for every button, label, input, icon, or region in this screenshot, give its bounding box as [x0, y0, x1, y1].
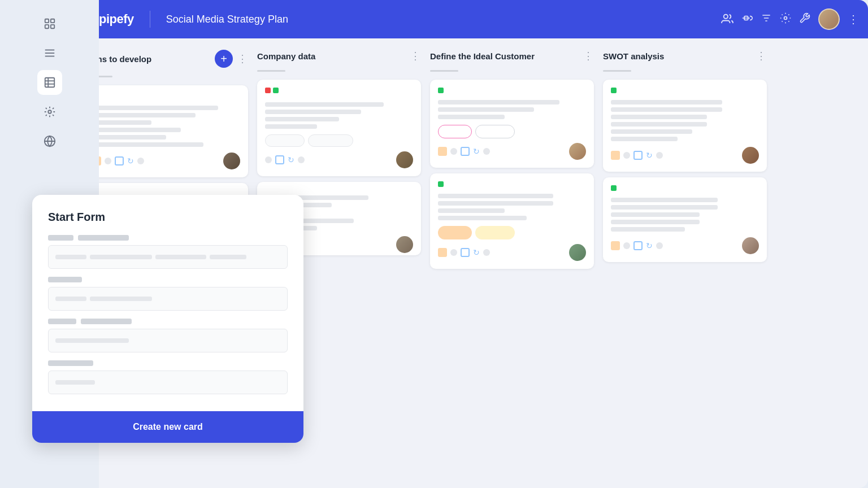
sidebar-item-table[interactable] — [37, 70, 62, 95]
column-company-header: Company data ⋮ — [257, 47, 421, 64]
card-lines-5 — [438, 100, 586, 119]
ci10: ↻ — [473, 147, 480, 156]
column-company-more[interactable]: ⋮ — [410, 50, 421, 62]
card-avatar-7 — [742, 147, 759, 164]
ci7 — [438, 147, 447, 156]
card-icons-row-3: ↻ — [265, 155, 305, 164]
column-ideal-title: Define the Ideal Customer — [430, 51, 579, 61]
card-avatar-3 — [396, 151, 413, 168]
svg-rect-2 — [45, 25, 48, 28]
form-input-2[interactable] — [48, 287, 288, 311]
sidebar-item-automation[interactable] — [37, 99, 62, 124]
form-label-1a — [48, 235, 73, 241]
form-field-4 — [48, 360, 288, 394]
ci12 — [438, 248, 447, 257]
ci22 — [611, 241, 620, 250]
card-avatar-1 — [223, 152, 240, 169]
more-icon[interactable]: ⋮ — [848, 12, 859, 26]
share-icon[interactable] — [741, 12, 753, 27]
column-ideal: Define the Ideal Customer ⋮ — [430, 47, 594, 479]
badge-yellow — [475, 226, 515, 239]
card-footer: ↻ — [92, 152, 240, 169]
dot-green-6 — [438, 181, 444, 187]
ci16 — [483, 249, 490, 256]
badge-pink — [438, 125, 472, 138]
card-swot-1[interactable]: ↻ — [603, 80, 767, 172]
ci25: ↻ — [646, 241, 653, 250]
ci19 — [633, 151, 643, 160]
filter-icon[interactable] — [761, 12, 772, 27]
card-ideal-2[interactable]: ↻ — [430, 173, 594, 269]
card-icon-5 — [137, 158, 144, 164]
tool-icon[interactable] — [799, 12, 810, 27]
ci26 — [656, 242, 663, 249]
sidebar-item-dashboard[interactable] — [37, 11, 62, 36]
column-ideal-header: Define the Ideal Customer ⋮ — [430, 47, 594, 64]
column-swot: SWOT analysis ⋮ — [603, 47, 767, 479]
form-label-row-4 — [48, 360, 288, 366]
form-input-3[interactable] — [48, 329, 288, 352]
form-label-row-1 — [48, 235, 288, 241]
ci3: ↻ — [288, 155, 294, 164]
ci15: ↻ — [473, 248, 480, 257]
card-icons-8: ↻ — [611, 241, 663, 250]
start-form-overlay: Start Form — [32, 195, 303, 443]
sidebar-item-globe[interactable] — [37, 129, 62, 154]
column-swot-header: SWOT analysis ⋮ — [603, 47, 767, 64]
card-avatar-6 — [569, 244, 586, 261]
dot-green — [273, 88, 279, 93]
dot-green-8 — [611, 185, 617, 191]
card-icons-row: ↻ — [92, 156, 144, 165]
badge-2 — [308, 134, 353, 147]
column-plans-more[interactable]: ⋮ — [237, 53, 248, 65]
column-ideal-more[interactable]: ⋮ — [583, 50, 594, 62]
ci18 — [623, 152, 630, 159]
form-label-row-3 — [48, 319, 288, 324]
form-label-1b — [78, 235, 129, 241]
header-actions: ⋮ — [721, 8, 859, 30]
create-new-card-button[interactable]: Create new card — [32, 411, 303, 443]
input-sk-2 — [90, 255, 152, 259]
form-field-2 — [48, 277, 288, 311]
svg-point-13 — [724, 14, 728, 18]
ci9 — [461, 147, 470, 156]
logo: pipefy Social Media Strategy Plan — [86, 11, 288, 28]
form-label-2 — [48, 277, 82, 282]
sidebar-item-list[interactable] — [37, 41, 62, 66]
column-company-title: Company data — [257, 51, 406, 61]
card-company-1[interactable]: ↻ — [257, 80, 421, 176]
settings-icon[interactable] — [780, 12, 791, 27]
card-ideal-1[interactable]: ↻ — [430, 80, 594, 168]
ci2 — [275, 155, 284, 164]
column-plans-header: Plans to develop + ⋮ — [84, 47, 248, 70]
ci17 — [611, 151, 620, 160]
input-sk-5 — [55, 297, 86, 301]
input-sk-8 — [55, 380, 95, 385]
column-ideal-underline — [430, 70, 458, 72]
card-plans-1[interactable]: ↻ — [84, 85, 248, 177]
logo-text: pipefy — [99, 12, 134, 27]
form-input-1[interactable] — [48, 245, 288, 269]
card-lines-7 — [611, 100, 759, 141]
user-avatar[interactable] — [818, 8, 840, 30]
column-swot-more[interactable]: ⋮ — [756, 50, 767, 62]
badge-gray — [475, 125, 515, 138]
form-input-4[interactable] — [48, 371, 288, 394]
ci14 — [461, 248, 470, 257]
svg-rect-0 — [45, 19, 48, 23]
people-icon[interactable] — [721, 13, 734, 26]
card-icons-6: ↻ — [438, 248, 490, 257]
form-field-1 — [48, 235, 288, 269]
card-footer-7: ↻ — [611, 147, 759, 164]
form-field-3 — [48, 319, 288, 352]
ci8 — [450, 148, 457, 155]
card-swot-2[interactable]: ↻ — [603, 177, 767, 262]
start-form-content: Start Form — [32, 195, 303, 411]
card-lines — [92, 106, 240, 147]
column-plans-add-button[interactable]: + — [215, 50, 233, 68]
card-footer-3: ↻ — [265, 151, 413, 168]
card-avatar-4 — [396, 236, 413, 253]
dot-green-7 — [611, 88, 617, 93]
card-lines-8 — [611, 198, 759, 232]
column-company-underline — [257, 70, 285, 72]
